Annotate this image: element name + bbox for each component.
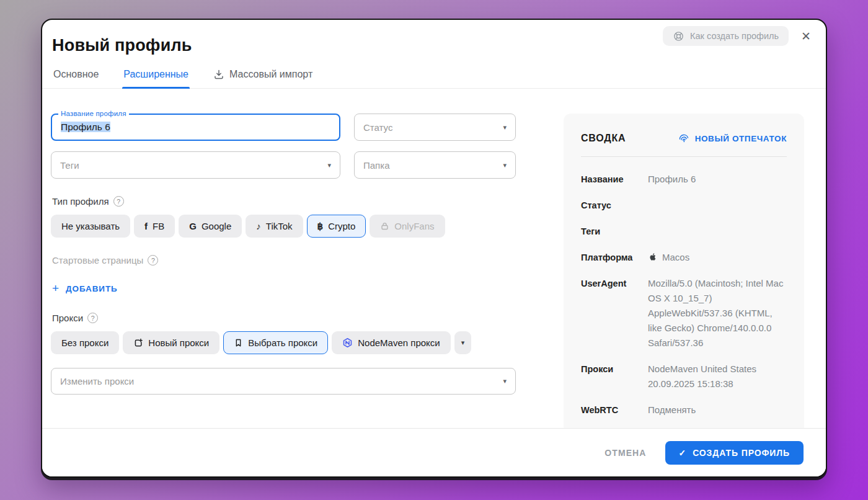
profile-type-tiktok[interactable]: ♪ TikTok [246, 215, 303, 238]
apple-icon [648, 252, 658, 262]
check-icon: ✓ [679, 448, 687, 458]
create-profile-button[interactable]: ✓ СОЗДАТЬ ПРОФИЛЬ [665, 441, 804, 465]
proxy-nodemaven[interactable]: NodeMaven прокси [332, 331, 450, 354]
close-icon[interactable]: ✕ [801, 30, 811, 42]
modal-footer: ОТМЕНА ✓ СОЗДАТЬ ПРОФИЛЬ [42, 428, 826, 476]
change-proxy-select[interactable]: Изменить прокси ▾ [51, 368, 516, 395]
profile-name-input[interactable]: Название профиля Профиль 6 [51, 114, 340, 141]
profile-type-onlyfans: OnlyFans [370, 215, 445, 238]
download-icon [213, 69, 224, 80]
question-icon[interactable]: ? [148, 255, 158, 266]
nodemaven-icon [342, 337, 353, 348]
proxy-options: Без прокси Новый прокси [51, 331, 516, 354]
fingerprint-icon [678, 132, 690, 145]
tiktok-icon: ♪ [256, 221, 261, 231]
proxy-more-button[interactable]: ▾ [454, 331, 472, 354]
chevron-down-icon: ▾ [327, 161, 331, 169]
tab-bar: Основное Расширенные Массовый импорт [42, 55, 826, 89]
add-start-page-button[interactable]: + ДОБАВИТЬ [52, 282, 118, 295]
proxy-label: Прокси ? [52, 313, 516, 323]
lifebuoy-icon [673, 30, 684, 42]
folder-select[interactable]: Папка ▾ [354, 151, 516, 179]
chevron-down-icon: ▾ [503, 161, 507, 169]
new-fingerprint-button[interactable]: НОВЫЙ ОТПЕЧАТОК [678, 132, 787, 145]
summary-row-proxy: Прокси NodeMaven United States 20.09.202… [581, 362, 787, 391]
bitcoin-icon: ฿ [317, 221, 324, 232]
profile-name-value: Профиль 6 [61, 122, 110, 132]
summary-row-tags: Теги [581, 224, 787, 239]
proxy-choose[interactable]: Выбрать прокси [223, 331, 328, 354]
modal-header: Новый профиль Как создать профиль ✕ [42, 20, 826, 55]
question-icon[interactable]: ? [113, 196, 124, 207]
chevron-down-icon: ▾ [503, 377, 507, 385]
divider [581, 156, 787, 157]
summary-row-platform: Платформа Macos [581, 250, 787, 265]
tab-basic[interactable]: Основное [52, 69, 100, 88]
tags-select[interactable]: Теги ▾ [51, 151, 340, 179]
profile-type-google[interactable]: G Google [179, 215, 242, 238]
question-icon[interactable]: ? [87, 313, 98, 323]
summary-title: СВОДКА [581, 133, 626, 144]
google-icon: G [189, 221, 197, 231]
profile-name-label: Название профиля [58, 110, 129, 117]
status-select[interactable]: Статус ▾ [354, 114, 516, 141]
tab-bulk-import[interactable]: Массовый импорт [212, 69, 314, 88]
help-button-label: Как создать профиль [690, 31, 779, 41]
bookmark-icon [234, 338, 243, 347]
profile-type-crypto[interactable]: ฿ Crypto [307, 215, 366, 238]
profile-type-label: Тип профиля ? [52, 196, 516, 207]
profile-type-fb[interactable]: f FB [134, 215, 175, 238]
chevron-down-icon: ▾ [503, 123, 507, 132]
start-pages-label: Стартовые страницы ? [52, 255, 516, 266]
summary-panel: СВОДКА НОВЫЙ ОТПЕЧАТОК Название [564, 114, 804, 428]
lock-icon [380, 221, 389, 231]
header-actions: Как создать профиль ✕ [663, 26, 811, 46]
add-window-icon [133, 338, 143, 348]
new-profile-modal: Новый профиль Как создать профиль ✕ Осно… [41, 19, 827, 478]
profile-type-none[interactable]: Не указывать [51, 215, 130, 238]
summary-row-webrtc: WebRTC Подменять [581, 403, 787, 417]
tab-advanced[interactable]: Расширенные [122, 69, 190, 88]
profile-type-options: Не указывать f FB G Google ♪ TikTok ฿ Cr… [51, 215, 516, 238]
plus-icon: + [52, 282, 60, 295]
summary-row-status: Статус [581, 198, 787, 213]
modal-content: Название профиля Профиль 6 Статус ▾ Теги… [42, 89, 826, 428]
summary-row-name: Название Профиль 6 [581, 172, 787, 187]
chevron-down-icon: ▾ [461, 339, 465, 347]
how-to-create-profile-button[interactable]: Как создать профиль [663, 26, 789, 46]
summary-row-useragent: UserAgent Mozilla/5.0 (Macintosh; Intel … [581, 276, 787, 350]
proxy-none[interactable]: Без прокси [51, 331, 119, 354]
facebook-icon: f [144, 221, 148, 231]
cancel-button[interactable]: ОТМЕНА [604, 448, 646, 458]
proxy-new[interactable]: Новый прокси [123, 331, 219, 354]
form-column: Название профиля Профиль 6 Статус ▾ Теги… [51, 114, 516, 428]
